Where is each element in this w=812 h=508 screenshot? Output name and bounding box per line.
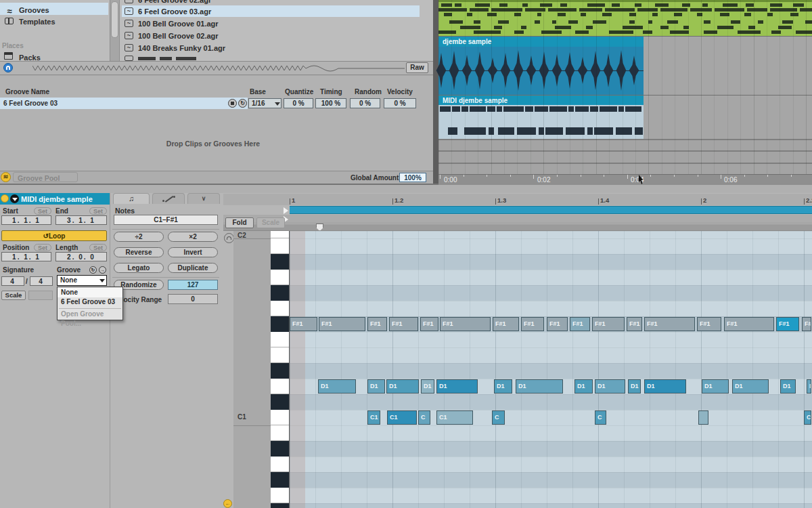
- signature-numerator[interactable]: 4: [1, 276, 24, 286]
- piano-key-white[interactable]: [271, 238, 289, 254]
- midi-note[interactable]: F#1: [724, 317, 774, 331]
- commit-groove-icon[interactable]: [228, 99, 237, 108]
- piano-key-white[interactable]: [271, 332, 289, 347]
- empty-track-lane[interactable]: [438, 163, 812, 174]
- midi-note[interactable]: C1: [367, 410, 380, 425]
- midi-note[interactable]: F#1: [592, 317, 625, 331]
- quantize-value[interactable]: 0 %: [284, 98, 313, 108]
- loop-start-marker[interactable]: [284, 207, 288, 214]
- midi-note[interactable]: F#1: [493, 317, 519, 331]
- midi-note[interactable]: D1: [367, 379, 385, 394]
- sidebar-scrollbar-thumb[interactable]: [111, 1, 118, 38]
- preview-speaker-icon[interactable]: [3, 63, 13, 72]
- list-item-groove-file[interactable]: ~6 Feel Groove 03.agr: [122, 5, 420, 17]
- empty-track-lane[interactable]: [438, 150, 812, 163]
- piano-key-black[interactable]: [271, 503, 289, 508]
- signature-denominator[interactable]: 4: [30, 276, 53, 286]
- groove-dropdown[interactable]: None: [57, 275, 107, 286]
- piano-key-black[interactable]: [271, 285, 289, 301]
- loop-region-bar[interactable]: [290, 206, 812, 214]
- midi-note[interactable]: D1: [644, 379, 686, 394]
- piano-key-white[interactable]: [271, 231, 289, 238]
- midi-note[interactable]: F#1: [644, 317, 695, 331]
- tab-notes[interactable]: ♫: [113, 193, 150, 204]
- midi-note[interactable]: C: [595, 410, 606, 425]
- set-end-button[interactable]: Set: [89, 207, 107, 215]
- midi-note[interactable]: F#1: [776, 317, 799, 331]
- invert-button[interactable]: Invert: [168, 247, 218, 257]
- piano-key-white[interactable]: [271, 270, 289, 285]
- empty-track-lane[interactable]: [438, 139, 812, 150]
- midi-note[interactable]: D1: [574, 379, 593, 394]
- randomize-value[interactable]: 127: [168, 280, 218, 290]
- piano-key-black[interactable]: [271, 316, 289, 332]
- multiply-by-2-button[interactable]: ×2: [168, 232, 218, 242]
- midi-note[interactable]: C: [418, 410, 430, 425]
- midi-note[interactable]: C1: [436, 410, 473, 425]
- global-amount-value[interactable]: 100%: [399, 173, 426, 182]
- midi-note[interactable]: D1: [318, 379, 356, 394]
- midi-note[interactable]: D1: [702, 379, 729, 394]
- piano-key-black[interactable]: [271, 254, 289, 270]
- midi-note[interactable]: D1: [516, 379, 563, 394]
- commit-groove-to-clip-icon[interactable]: ↻: [89, 266, 97, 274]
- midi-note[interactable]: F#1: [367, 317, 387, 331]
- midi-note[interactable]: D1: [807, 379, 811, 394]
- list-item-groove-file[interactable]: ~140 Breaks Funky 01.agr: [122, 42, 420, 54]
- piano-key-white[interactable]: [271, 301, 289, 316]
- panel-divider-vertical[interactable]: [433, 0, 438, 188]
- note-range-field[interactable]: C1–F#1: [114, 215, 218, 225]
- midi-note[interactable]: [698, 410, 708, 425]
- midi-note[interactable]: C1: [387, 410, 417, 425]
- apply-groove-icon[interactable]: →: [99, 266, 106, 274]
- tab-envelopes[interactable]: [152, 193, 185, 204]
- velocity-value[interactable]: 0 %: [384, 98, 416, 108]
- length-value[interactable]: 2. 0. 0: [55, 252, 107, 261]
- end-value[interactable]: 3. 1. 1: [55, 215, 107, 225]
- list-item-groove-file[interactable]: ~100 Bell Groove 02.agr: [122, 30, 420, 41]
- piano-key-white[interactable]: [271, 425, 289, 441]
- piano-key-black[interactable]: [271, 363, 289, 379]
- bar-ruler[interactable]: [223, 194, 812, 205]
- midi-note[interactable]: D1: [780, 379, 796, 394]
- midi-note[interactable]: F#1: [389, 317, 418, 331]
- base-dropdown[interactable]: 1/16: [248, 98, 281, 108]
- midi-note[interactable]: F#1: [440, 317, 491, 331]
- sidebar-item-grooves[interactable]: ≈: [0, 3, 108, 15]
- midi-note[interactable]: F#1: [697, 317, 721, 331]
- random-value[interactable]: 0 %: [350, 98, 380, 108]
- clip-collapse-button[interactable]: [10, 194, 19, 203]
- scroll-back-icon[interactable]: ←: [223, 499, 232, 508]
- sidebar-item-packs[interactable]: [0, 51, 108, 61]
- raw-button[interactable]: Raw: [406, 62, 428, 73]
- headphone-preview-icon[interactable]: [224, 233, 234, 243]
- midi-note[interactable]: C: [492, 410, 505, 425]
- menu-item-open-groove-pool[interactable]: Open Groove Pool...: [58, 310, 122, 319]
- midi-note[interactable]: C1: [804, 410, 811, 425]
- set-position-button[interactable]: Set: [34, 244, 51, 251]
- divide-by-2-button[interactable]: ÷2: [114, 232, 164, 242]
- duplicate-button[interactable]: Duplicate: [168, 263, 218, 273]
- piano-key-black[interactable]: [271, 441, 289, 457]
- loop-button[interactable]: ↺ Loop: [1, 230, 107, 241]
- midi-note[interactable]: F#1: [627, 317, 642, 331]
- tab-expression[interactable]: ∨: [187, 193, 220, 204]
- midi-note[interactable]: F#1: [802, 317, 811, 331]
- midi-note[interactable]: D1: [494, 379, 512, 394]
- midi-note[interactable]: F#1: [290, 317, 317, 331]
- set-start-button[interactable]: Set: [34, 207, 51, 215]
- piano-key-white[interactable]: [271, 488, 289, 503]
- piano-key-white[interactable]: [271, 410, 289, 425]
- piano-key-white[interactable]: [271, 379, 289, 394]
- fold-button[interactable]: Fold: [225, 217, 254, 228]
- arrangement-time-ruler[interactable]: [438, 174, 812, 185]
- piano-key-black[interactable]: [271, 472, 289, 488]
- midi-note[interactable]: F#1: [570, 317, 590, 331]
- position-value[interactable]: 1. 1. 1: [1, 252, 51, 261]
- piano-key-white[interactable]: [271, 347, 289, 363]
- piano-key-black[interactable]: [271, 394, 289, 410]
- timing-value[interactable]: 100 %: [315, 98, 346, 108]
- start-value[interactable]: 1. 1. 1: [1, 215, 51, 225]
- piano-key-white[interactable]: [271, 457, 289, 472]
- midi-note[interactable]: F#1: [547, 317, 568, 331]
